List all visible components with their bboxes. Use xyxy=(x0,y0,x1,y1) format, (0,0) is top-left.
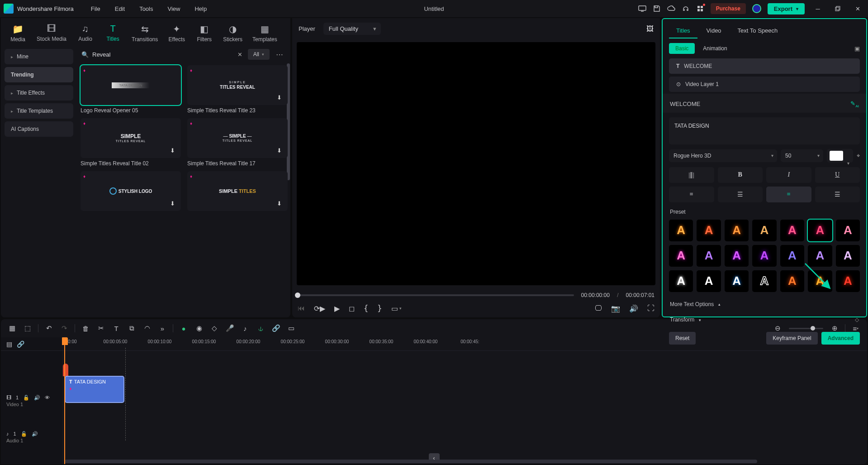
tl-grid-button[interactable]: ▦ xyxy=(6,322,18,334)
filter-dropdown[interactable]: All▾ xyxy=(248,49,270,60)
title-card[interactable]: ♦SIMPLETITLES REVEAL⬇ Simple Titles Reve… xyxy=(187,65,288,114)
monitor-button[interactable]: 🖵 xyxy=(595,304,602,312)
btab-titles[interactable]: TTitles xyxy=(100,22,125,44)
preset-swatch[interactable]: A xyxy=(669,270,693,292)
timeline-tracks-area[interactable]: 00:0000:00:05:0000:00:10:0000:00:15:0000… xyxy=(62,337,867,464)
subtab-basic[interactable]: Basic xyxy=(669,43,695,54)
mic-button[interactable]: 🎤 xyxy=(224,322,236,334)
preset-swatch[interactable]: A xyxy=(752,220,776,241)
download-icon[interactable]: ⬇ xyxy=(277,147,285,155)
preset-swatch[interactable]: A xyxy=(725,220,749,241)
title-card[interactable]: ♦SIMPLETITLES REVEAL⬇ Simple Titles Reve… xyxy=(81,118,181,167)
save-icon[interactable] xyxy=(653,5,661,13)
fullscreen-button[interactable]: ⛶ xyxy=(647,304,655,312)
font-family-dropdown[interactable]: Rogue Hero 3D xyxy=(669,149,777,162)
redo-button[interactable]: ↷ xyxy=(58,322,70,334)
subtab-animation[interactable]: Animation xyxy=(697,43,733,54)
preset-swatch[interactable]: A xyxy=(725,245,749,267)
lock-icon[interactable]: 🔓 xyxy=(23,395,29,401)
eye-icon[interactable]: 👁 xyxy=(45,395,50,400)
preset-swatch[interactable]: A xyxy=(780,220,804,241)
btab-stickers[interactable]: ◑Stickers xyxy=(219,22,246,44)
insp-tab-titles[interactable]: Titles xyxy=(669,24,697,38)
keyframe-diamond-icon[interactable]: ◇ xyxy=(855,316,859,323)
text-value-input[interactable]: TATA DESIGN xyxy=(669,117,860,144)
cat-mine[interactable]: ▸Mine xyxy=(5,49,73,64)
preset-swatch[interactable]: A xyxy=(808,270,832,292)
text-tool-button[interactable]: T xyxy=(110,322,122,334)
menu-help[interactable]: Help xyxy=(188,4,213,14)
mute-icon[interactable]: 🔊 xyxy=(34,395,40,401)
download-icon[interactable]: ⬇ xyxy=(277,200,285,208)
quality-dropdown[interactable]: Full Quality xyxy=(323,23,381,35)
preset-swatch[interactable]: A xyxy=(808,245,832,267)
mark-out-button[interactable]: } xyxy=(377,304,382,313)
ai-edit-icon[interactable]: ✎AI xyxy=(850,100,859,108)
color-wheel-button[interactable]: ◉ xyxy=(193,322,205,334)
volume-button[interactable]: 🔊 xyxy=(629,304,638,313)
font-size-dropdown[interactable]: 50 xyxy=(781,149,823,162)
layer-video1[interactable]: ⊙Video Layer 1 xyxy=(669,77,860,92)
preset-swatch[interactable]: A xyxy=(725,270,749,292)
title-card[interactable]: ♦SIMPLE TITLES⬇ Simple Titles Reveal xyxy=(187,171,288,220)
snapshot-icon[interactable]: 🖼 xyxy=(646,25,654,33)
char-spacing-button[interactable]: |‖| xyxy=(669,167,714,183)
play-button[interactable]: ▶ xyxy=(334,304,340,313)
timeline-h-scrollbar[interactable] xyxy=(65,460,757,463)
italic-button[interactable]: I xyxy=(766,167,811,183)
preset-swatch[interactable]: A xyxy=(836,270,860,292)
title-card[interactable]: ♦TATA DESIGN Logo Reveal Opener 05 xyxy=(81,65,181,114)
tl-select-button[interactable]: ⬚ xyxy=(22,322,33,334)
menu-edit[interactable]: Edit xyxy=(109,4,131,14)
text-color-dropdown[interactable] xyxy=(827,149,853,163)
align-center-button[interactable]: ☰ xyxy=(718,187,763,202)
magnet-button[interactable]: ⫝ xyxy=(255,322,266,334)
cloud-icon[interactable] xyxy=(667,5,675,13)
delete-button[interactable]: 🗑 xyxy=(80,322,91,334)
preset-swatch[interactable]: A xyxy=(752,245,776,267)
download-icon[interactable]: ⬇ xyxy=(277,94,285,102)
align-left-button[interactable]: ≡ xyxy=(669,187,714,202)
transform-toggle[interactable]: Transform ▾◇ xyxy=(663,312,866,327)
caption-button[interactable]: ▭ xyxy=(285,322,297,334)
undo-button[interactable]: ↶ xyxy=(43,322,55,334)
skip-back-button[interactable]: ⏮ xyxy=(298,304,305,312)
cat-title-templates[interactable]: ▸Title Templates xyxy=(5,103,73,119)
more-text-options-toggle[interactable]: More Text Options▴ xyxy=(663,297,866,312)
purchase-button[interactable]: Purchase xyxy=(711,3,746,14)
camera-button[interactable]: 📷 xyxy=(611,304,620,313)
audio-track-header[interactable]: ♪1🔓🔊 Audio 1 xyxy=(1,426,62,448)
close-button[interactable]: ✕ xyxy=(851,2,864,15)
aspect-dropdown[interactable]: ▭▾ xyxy=(391,304,402,313)
play-loop-button[interactable]: ⟳▶ xyxy=(314,304,325,313)
preset-swatch[interactable]: A xyxy=(669,245,693,267)
menu-view[interactable]: View xyxy=(161,4,186,14)
btab-transitions[interactable]: ⇆Transitions xyxy=(128,22,161,44)
display-icon[interactable] xyxy=(638,5,646,13)
cat-title-effects[interactable]: ▸Title Effects xyxy=(5,85,73,101)
preset-swatch[interactable]: A xyxy=(836,220,860,241)
title-card[interactable]: ♦— SIMPLE —TITLES REVEAL⬇ Simple Titles … xyxy=(187,118,288,167)
cat-trending[interactable]: Trending xyxy=(5,67,73,82)
preset-swatch[interactable]: A xyxy=(836,245,860,267)
cut-button[interactable]: ✂ xyxy=(95,322,107,334)
maximize-button[interactable] xyxy=(831,2,844,15)
bold-button[interactable]: B xyxy=(718,167,763,183)
mute-icon[interactable]: 🔊 xyxy=(32,431,38,437)
preset-swatch[interactable]: A xyxy=(752,270,776,292)
playhead-handle[interactable] xyxy=(62,337,68,345)
link-button[interactable]: 🔗 xyxy=(270,322,282,334)
search-input[interactable] xyxy=(92,51,232,58)
ai-button[interactable]: ● xyxy=(178,322,190,334)
zoom-slider[interactable] xyxy=(789,328,823,329)
download-icon[interactable]: ⬇ xyxy=(170,147,178,155)
music-button[interactable]: ♪ xyxy=(239,322,251,334)
title-clip[interactable]: TTATA DESIGN ♦ xyxy=(65,376,124,403)
cat-ai-captions[interactable]: AI Captions xyxy=(5,121,73,137)
title-card[interactable]: ♦STYLISH LOGO⬇ Stylish Logo Reveal xyxy=(81,171,181,220)
preset-swatch[interactable]: A xyxy=(808,220,832,241)
minimize-button[interactable]: ─ xyxy=(811,2,825,15)
menu-file[interactable]: File xyxy=(85,4,107,14)
user-avatar-icon[interactable] xyxy=(752,4,761,13)
btab-filters[interactable]: ◧Filters xyxy=(192,22,217,44)
